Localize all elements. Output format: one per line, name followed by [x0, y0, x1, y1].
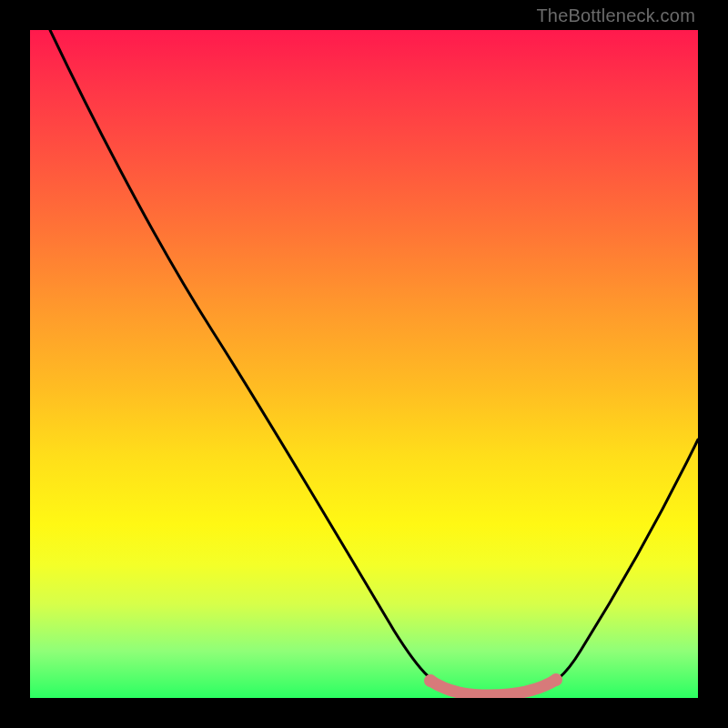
attribution-text: TheBottleneck.com	[536, 5, 695, 26]
highlight-band	[430, 680, 556, 695]
highlight-endpoint-left	[424, 674, 437, 687]
plot-area	[30, 30, 698, 698]
chart-svg	[30, 30, 698, 698]
bottleneck-curve	[50, 30, 698, 694]
highlight-endpoint-right	[550, 673, 562, 686]
